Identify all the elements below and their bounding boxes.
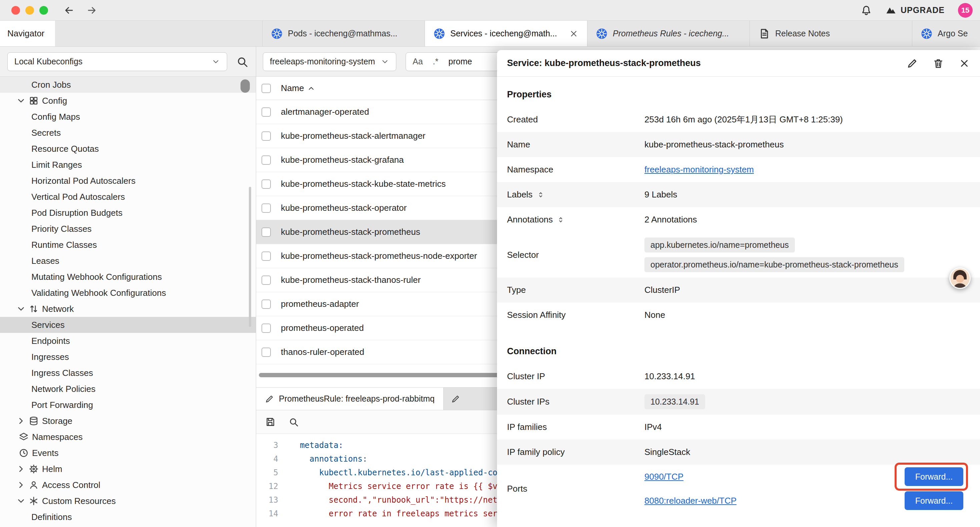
sidebar-item-leases[interactable]: Leases — [0, 253, 256, 269]
notification-count-badge[interactable]: 15 — [958, 3, 973, 18]
property-row-labels: Labels9 Labels — [497, 182, 980, 207]
sidebar-item-horizontal-pod-autoscalers[interactable]: Horizontal Pod Autoscalers — [0, 173, 256, 189]
upgrade-button[interactable]: UPGRADE — [885, 5, 945, 16]
sidebar-item-helm[interactable]: Helm — [0, 461, 256, 477]
sidebar-item-ingress-classes[interactable]: Ingress Classes — [0, 365, 256, 381]
helm-icon — [29, 464, 39, 474]
port-forward-button[interactable]: Forward... — [905, 467, 963, 486]
row-checkbox[interactable] — [261, 204, 271, 213]
sidebar-item-config-maps[interactable]: Config Maps — [0, 109, 256, 125]
row-checkbox[interactable] — [261, 347, 271, 357]
sidebar-item-pod-disruption-budgets[interactable]: Pod Disruption Budgets — [0, 205, 256, 221]
chevron-right-icon[interactable] — [16, 480, 26, 490]
sidebar-item-label: Config — [42, 96, 67, 106]
name-header-label: Name — [281, 83, 304, 93]
navigator-panel-tab[interactable]: Navigator — [0, 21, 55, 46]
editor-tab-sliver[interactable] — [444, 388, 468, 410]
sidebar-item-network[interactable]: Network — [0, 301, 256, 317]
chevron-down-icon[interactable] — [16, 96, 26, 106]
sidebar-item-cron-jobs[interactable]: Cron Jobs — [0, 77, 256, 93]
row-checkbox[interactable] — [261, 323, 271, 333]
port-link[interactable]: 9090/TCP — [644, 471, 684, 482]
property-value-text[interactable]: freeleaps-monitoring-system — [644, 164, 754, 175]
back-icon[interactable] — [64, 5, 75, 16]
row-checkbox[interactable] — [261, 228, 271, 237]
forward-icon[interactable] — [86, 5, 97, 16]
match-case-toggle[interactable]: Aa — [413, 57, 423, 66]
tab-pods-icecheng-mathmas[interactable]: Pods - icecheng@mathmas... — [262, 21, 425, 46]
save-icon[interactable] — [265, 417, 275, 427]
editor-tab-prometheusrule[interactable]: PrometheusRule: freeleaps-prod-rabbitmq — [256, 388, 444, 410]
sidebar-item-validating-webhook-configurations[interactable]: Validating Webhook Configurations — [0, 285, 256, 301]
tab-services-icecheng-math[interactable]: Services - icecheng@math... — [425, 21, 587, 46]
close-icon[interactable] — [959, 58, 970, 69]
sidebar-item-namespaces[interactable]: Namespaces — [0, 429, 256, 445]
close-window-button[interactable] — [11, 6, 20, 15]
sidebar-item-network-policies[interactable]: Network Policies — [0, 381, 256, 397]
sidebar-item-secrets[interactable]: Secrets — [0, 125, 256, 141]
regex-toggle[interactable]: .* — [433, 57, 439, 66]
edit-icon[interactable] — [907, 58, 918, 69]
tab-release-notes[interactable]: Release Notes — [750, 21, 912, 46]
row-checkbox[interactable] — [261, 275, 271, 285]
chevron-right-icon[interactable] — [16, 464, 26, 474]
close-icon[interactable] — [569, 29, 578, 38]
chevron-down-icon[interactable] — [16, 496, 26, 506]
sidebar-item-events[interactable]: Events — [0, 445, 256, 461]
config-icon — [29, 96, 39, 106]
sidebar-item-label: Validating Webhook Configurations — [31, 288, 166, 298]
kubernetes-icon — [434, 28, 445, 39]
sidebar-item-access-control[interactable]: Access Control — [0, 477, 256, 493]
row-checkbox[interactable] — [261, 131, 271, 141]
sidebar-item-limit-ranges[interactable]: Limit Ranges — [0, 157, 256, 173]
sidebar-item-vertical-pod-autoscalers[interactable]: Vertical Pod Autoscalers — [0, 189, 256, 205]
name-column-header[interactable]: Name — [281, 83, 315, 93]
row-checkbox[interactable] — [261, 180, 271, 189]
traffic-lights — [11, 6, 48, 15]
maximize-window-button[interactable] — [39, 6, 48, 15]
sidebar-item-services[interactable]: Services — [0, 317, 256, 333]
row-checkbox[interactable] — [261, 155, 271, 165]
sidebar-item-endpoints[interactable]: Endpoints — [0, 333, 256, 349]
tab-prometheus-rules-icecheng[interactable]: Prometheus Rules - icecheng... — [587, 21, 750, 46]
port-link[interactable]: 8080:reloader-web/TCP — [644, 496, 737, 506]
sidebar-item-mutating-webhook-configurations[interactable]: Mutating Webhook Configurations — [0, 269, 256, 285]
delete-icon[interactable] — [932, 58, 944, 69]
edit-icon — [451, 394, 460, 404]
user-avatar[interactable] — [949, 267, 970, 289]
row-checkbox[interactable] — [261, 252, 271, 261]
edit-icon — [265, 394, 274, 404]
kubeconfig-selector[interactable]: Local Kubeconfigs — [7, 53, 227, 71]
property-label: Selector — [507, 250, 644, 260]
sidebar-scrollbar-track[interactable] — [249, 187, 251, 327]
sort-icon[interactable] — [557, 216, 565, 224]
sidebar-scrollbar-thumb[interactable] — [240, 80, 250, 93]
sidebar-item-storage[interactable]: Storage — [0, 413, 256, 429]
tab-argo-se[interactable]: Argo Se — [912, 21, 980, 46]
sidebar-item-custom-resources[interactable]: Custom Resources — [0, 493, 256, 509]
editor-search-icon[interactable] — [288, 417, 299, 427]
sidebar-item-runtime-classes[interactable]: Runtime Classes — [0, 237, 256, 253]
notifications-bell-icon[interactable] — [861, 5, 872, 16]
row-checkbox[interactable] — [261, 299, 271, 309]
property-row-name: Namekube-prometheus-stack-prometheus — [497, 132, 980, 157]
sidebar-item-definitions[interactable]: Definitions — [0, 509, 256, 525]
sidebar-item-port-forwarding[interactable]: Port Forwarding — [0, 397, 256, 413]
row-checkbox[interactable] — [261, 107, 271, 117]
sort-icon[interactable] — [537, 191, 545, 199]
chevron-down-icon[interactable] — [16, 304, 26, 314]
chevron-right-icon[interactable] — [16, 416, 26, 426]
select-all-checkbox[interactable] — [261, 84, 271, 93]
sidebar-item-priority-classes[interactable]: Priority Classes — [0, 221, 256, 237]
navigator-label: Navigator — [7, 29, 45, 39]
sidebar-item-label: Runtime Classes — [31, 240, 97, 250]
sidebar-search-icon[interactable] — [236, 56, 248, 68]
namespace-selector[interactable]: freeleaps-monitoring-system — [263, 53, 396, 71]
minimize-window-button[interactable] — [25, 6, 34, 15]
property-row-cluster-ips: Cluster IPs10.233.14.91 — [497, 389, 980, 415]
sidebar-item-resource-quotas[interactable]: Resource Quotas — [0, 141, 256, 157]
sidebar-item-ingresses[interactable]: Ingresses — [0, 349, 256, 365]
port-forward-button[interactable]: Forward... — [905, 491, 963, 510]
property-value: freeleaps-monitoring-system — [644, 164, 970, 175]
sidebar-item-config[interactable]: Config — [0, 93, 256, 109]
